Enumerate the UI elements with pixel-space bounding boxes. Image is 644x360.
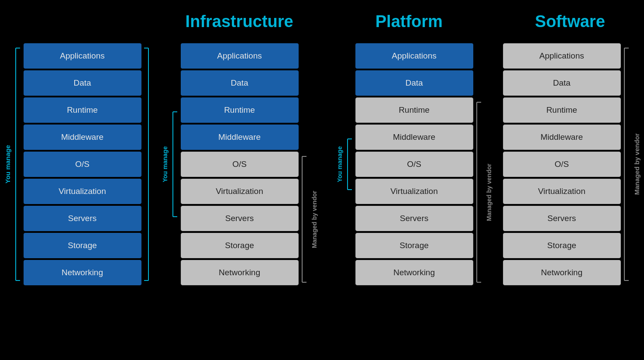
col4-row-networking: Networking: [503, 260, 621, 285]
col3-row-virtualization: Virtualization: [355, 179, 473, 204]
main-content: You manage Applications Data Runtime Mid…: [0, 35, 644, 285]
col3-row-middleware: Middleware: [355, 125, 473, 150]
col3-row-runtime: Runtime: [355, 97, 473, 123]
header-platform: Platform: [335, 12, 483, 31]
col2-row-virtualization: Virtualization: [181, 179, 299, 204]
col3-managed-by-vendor-label: Managed by vendor: [483, 100, 495, 284]
col4-row-servers: Servers: [503, 206, 621, 231]
col4-row-runtime: Runtime: [503, 97, 621, 123]
col1-row-runtime: Runtime: [24, 97, 141, 123]
col4-row-middleware: Middleware: [503, 125, 621, 150]
col4-row-storage: Storage: [503, 233, 621, 258]
col3-you-manage-label: You manage: [334, 137, 346, 191]
col2-row-runtime: Runtime: [181, 97, 299, 123]
col1-group: You manage Applications Data Runtime Mid…: [1, 43, 150, 285]
col4-row-os: O/S: [503, 152, 621, 177]
col1-row-os: O/S: [24, 152, 141, 177]
col2-row-os: O/S: [181, 152, 299, 177]
col4-managed-by-vendor-label: Managed by vendor: [630, 46, 643, 282]
col1-row-middleware: Middleware: [24, 125, 141, 150]
col4-group: Applications Data Runtime Middleware O/S…: [503, 43, 643, 285]
col1-row-data: Data: [24, 70, 141, 96]
col1-row-virtualization: Virtualization: [24, 179, 141, 204]
col3-stack: Applications Data Runtime Middleware O/S…: [355, 43, 473, 285]
col3-group: You manage Applications Data Runtime Mid…: [334, 43, 495, 285]
col4-stack: Applications Data Runtime Middleware O/S…: [503, 43, 621, 285]
col3-row-os: O/S: [355, 152, 473, 177]
col4-row-data: Data: [503, 70, 621, 96]
header-infrastructure: Infrastructure: [165, 12, 313, 31]
col1-row-storage: Storage: [24, 233, 141, 258]
col2-row-data: Data: [181, 70, 299, 96]
col2-group: You manage Applications Data Runtime Mid…: [159, 43, 320, 285]
col3-row-servers: Servers: [355, 206, 473, 231]
col2-row-networking: Networking: [181, 260, 299, 285]
header-software: Software: [496, 12, 644, 31]
col2-stack: Applications Data Runtime Middleware O/S…: [181, 43, 299, 285]
col2-row-storage: Storage: [181, 233, 299, 258]
col1-stack: Applications Data Runtime Middleware O/S…: [24, 43, 141, 285]
col2-managed-by-vendor-label: Managed by vendor: [308, 155, 320, 284]
col1-row-servers: Servers: [24, 206, 141, 231]
header-row: Infrastructure Platform Software: [0, 0, 644, 35]
col2-you-manage-label: You manage: [159, 110, 171, 218]
col2-row-middleware: Middleware: [181, 125, 299, 150]
col1-you-manage-label: You manage: [1, 46, 14, 282]
col3-row-data: Data: [355, 70, 473, 96]
col3-row-applications: Applications: [355, 43, 473, 69]
col3-row-storage: Storage: [355, 233, 473, 258]
col2-row-applications: Applications: [181, 43, 299, 69]
col4-row-applications: Applications: [503, 43, 621, 69]
col4-row-virtualization: Virtualization: [503, 179, 621, 204]
col2-row-servers: Servers: [181, 206, 299, 231]
col3-row-networking: Networking: [355, 260, 473, 285]
col1-row-networking: Networking: [24, 260, 141, 285]
col1-row-applications: Applications: [24, 43, 141, 69]
